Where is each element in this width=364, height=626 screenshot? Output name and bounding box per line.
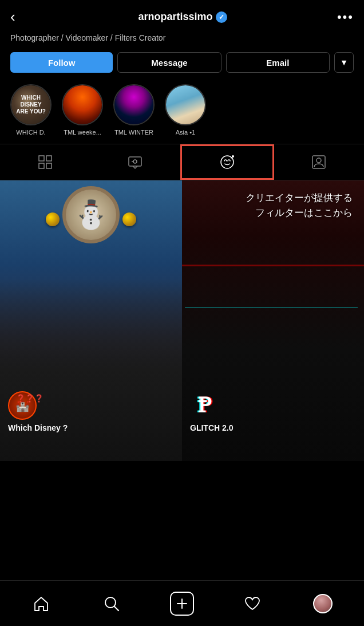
more-options-button[interactable]: ••• — [337, 10, 354, 25]
filter-name-2: GLITCH 2.0 — [190, 423, 233, 432]
home-icon — [33, 595, 50, 612]
person-silhouette-left — [0, 279, 182, 462]
nav-add[interactable] — [165, 586, 199, 621]
highlight-item-2[interactable]: TML weeke... — [62, 84, 103, 136]
action-buttons: Follow Message Email ▾ — [0, 49, 364, 81]
glitch-line-2 — [185, 307, 358, 308]
snowman-emoji: ⛄ — [74, 199, 108, 231]
highlight-label-1: WHICH D. — [16, 129, 45, 136]
ornament-left — [46, 212, 60, 226]
svg-point-7 — [232, 155, 234, 158]
svg-rect-3 — [46, 163, 52, 168]
bottom-navigation — [0, 580, 364, 626]
person-square-icon — [311, 155, 326, 170]
highlight-circle-2 — [62, 84, 103, 125]
filter-label-2: Ᵽ GLITCH 2.0 — [190, 391, 233, 432]
face-filter-icon — [219, 154, 235, 170]
highlight-label-2: TML weeke... — [64, 129, 101, 136]
filter-card-1[interactable]: ⛄ ❓❓❓ 🏰 Which Disney ? — [0, 180, 182, 461]
svg-rect-4 — [129, 157, 141, 166]
highlight-circle-3 — [113, 84, 155, 125]
highlight-circle-4 — [165, 84, 206, 125]
tab-grid[interactable] — [0, 144, 90, 180]
plus-icon — [176, 597, 188, 610]
question-marks: ❓❓❓ — [16, 394, 43, 403]
message-button[interactable]: Message — [117, 52, 221, 73]
highlight-item-1[interactable]: WHICH DISNEY ARE YOU? WHICH D. — [10, 84, 52, 136]
svg-rect-1 — [46, 156, 52, 161]
username-text: arnopartissimo — [138, 11, 212, 23]
ornament-right — [122, 212, 136, 226]
nav-search[interactable] — [94, 586, 129, 621]
filter-name-1: Which Disney ? — [8, 423, 68, 432]
bio-text: Photographer / Videomaker / Filters Crea… — [10, 33, 165, 42]
highlight-label-3: TML WINTER — [114, 129, 153, 136]
filter-label-1: ❓❓❓ 🏰 Which Disney ? — [8, 391, 68, 432]
svg-rect-2 — [39, 163, 44, 168]
highlight-img-2 — [63, 85, 102, 124]
filter-card-2[interactable]: Ᵽ GLITCH 2.0 — [182, 180, 364, 461]
content-area: クリエイターが提供する フィルターはここから ⛄ ❓❓❓ 🏰 Which Dis… — [0, 180, 364, 461]
heart-icon — [244, 595, 261, 612]
verified-badge: ✓ — [216, 11, 227, 23]
svg-point-9 — [316, 158, 321, 163]
grid-icon — [38, 155, 53, 170]
nav-home[interactable] — [24, 586, 58, 621]
tab-tagged[interactable] — [274, 144, 365, 180]
filter-frame-1: ⛄ — [62, 186, 120, 243]
email-button[interactable]: Email — [226, 52, 330, 73]
username-area: arnopartissimo ✓ — [138, 11, 227, 23]
svg-rect-0 — [39, 156, 44, 161]
tab-filters[interactable] — [180, 144, 274, 180]
search-icon — [103, 595, 120, 612]
nav-profile[interactable] — [306, 586, 340, 621]
follow-button[interactable]: Follow — [10, 52, 113, 73]
profile-avatar — [313, 594, 333, 613]
tab-reels[interactable] — [90, 144, 181, 180]
add-button[interactable] — [170, 592, 194, 616]
highlight-img-4 — [166, 85, 205, 124]
svg-point-5 — [133, 160, 137, 163]
story-highlights: WHICH DISNEY ARE YOU? WHICH D. TML weeke… — [0, 81, 364, 144]
glitch-line-1 — [182, 265, 364, 266]
tv-icon — [128, 155, 143, 170]
bio-section: Photographer / Videomaker / Filters Crea… — [0, 32, 364, 49]
glitch-p-icon: Ᵽ — [197, 393, 211, 418]
highlight-img-3 — [114, 85, 153, 124]
highlight-item-3[interactable]: TML WINTER — [113, 84, 155, 136]
highlight-img-1: WHICH DISNEY ARE YOU? — [11, 85, 50, 124]
back-button[interactable]: ‹ — [10, 8, 29, 26]
glitch-icon: Ᵽ — [190, 391, 219, 420]
header: ‹ arnopartissimo ✓ ••• — [0, 0, 364, 32]
tab-bar — [0, 144, 364, 180]
highlight-label-4: Asia •1 — [176, 129, 195, 136]
nav-activity[interactable] — [235, 586, 270, 621]
highlight-item-4[interactable]: Asia •1 — [165, 84, 206, 136]
highlight-circle-1: WHICH DISNEY ARE YOU? — [10, 84, 52, 125]
dropdown-button[interactable]: ▾ — [334, 52, 354, 73]
